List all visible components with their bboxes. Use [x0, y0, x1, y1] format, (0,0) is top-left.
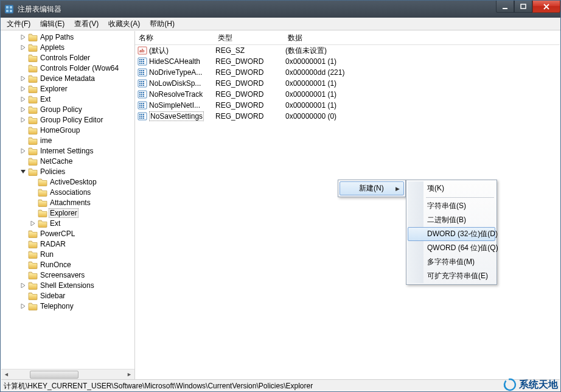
maximize-button[interactable]	[514, 1, 532, 13]
menu-favorites[interactable]: 收藏夹(A)	[103, 18, 145, 30]
tree-node[interactable]: Telephony	[1, 301, 134, 311]
tree-node-label: Internet Settings	[39, 147, 94, 155]
expand-icon[interactable]	[18, 45, 28, 50]
tree-node-label: Ext	[39, 95, 52, 103]
tree-node[interactable]: Run	[1, 249, 134, 259]
close-button[interactable]	[532, 1, 560, 13]
value-name: NoResolveTrack	[149, 90, 203, 99]
svg-rect-14	[10, 6, 12, 9]
tree-node[interactable]: RunOnce	[1, 259, 134, 270]
column-type[interactable]: 类型	[214, 31, 284, 44]
expand-icon[interactable]	[18, 97, 28, 102]
collapse-icon[interactable]	[18, 169, 28, 174]
folder-icon	[28, 250, 38, 259]
titlebar[interactable]: 注册表编辑器	[1, 1, 560, 18]
tree-node[interactable]: Sidebar	[1, 290, 134, 301]
tree-node-label: Run	[39, 250, 55, 259]
tree-node[interactable]: Ext	[1, 94, 134, 104]
folder-icon	[28, 136, 38, 145]
value-name: NoSimpleNetI...	[149, 101, 200, 110]
value-data: 0x00000001 (1)	[284, 57, 560, 66]
svg-rect-13	[6, 6, 9, 9]
column-name[interactable]: 名称	[135, 31, 214, 44]
tree-node-label: Controls Folder	[39, 54, 91, 62]
tree-node-label: Explorer	[49, 208, 78, 218]
value-row[interactable]: NoSimpleNetI...REG_DWORD0x00000001 (1)	[135, 100, 560, 111]
tree-node[interactable]: Explorer	[1, 83, 134, 94]
tree-node[interactable]: Screensavers	[1, 270, 134, 280]
scroll-left-icon[interactable]: ◄	[1, 369, 12, 380]
folder-icon	[28, 239, 38, 249]
value-list[interactable]: 名称 类型 数据 (默认)REG_SZ(数值未设置)HideSCAHealthR…	[135, 31, 560, 379]
tree-node[interactable]: Group Policy Editor	[1, 114, 134, 125]
value-data: 0x00000001 (1)	[284, 101, 560, 110]
tree-node[interactable]: Explorer	[1, 208, 134, 218]
expand-icon[interactable]	[18, 86, 28, 91]
tree-node[interactable]: ime	[1, 135, 134, 145]
menu-view[interactable]: 查看(V)	[69, 18, 103, 30]
value-row[interactable]: HideSCAHealthREG_DWORD0x00000001 (1)	[135, 56, 560, 67]
value-data: 0x000000dd (221)	[284, 68, 560, 77]
folder-icon	[28, 84, 38, 94]
tree-node[interactable]: RADAR	[1, 239, 134, 249]
folder-icon	[28, 63, 38, 73]
scroll-right-icon[interactable]: ►	[124, 369, 134, 380]
window-title: 注册表编辑器	[18, 4, 61, 15]
menu-edit[interactable]: 编辑(E)	[35, 18, 69, 30]
tree-node[interactable]: Group Policy	[1, 104, 134, 114]
tree-node[interactable]: Attachments	[1, 197, 134, 208]
tree-node-label: PowerCPL	[39, 229, 76, 238]
expand-icon[interactable]	[18, 304, 28, 309]
scroll-thumb[interactable]	[30, 371, 78, 379]
value-row[interactable]: NoDriveTypeA...REG_DWORD0x000000dd (221)	[135, 67, 560, 78]
tree-node[interactable]: Internet Settings	[1, 145, 134, 156]
dword-value-icon	[138, 111, 147, 121]
tree-node[interactable]: Controls Folder	[1, 52, 134, 63]
tree-node[interactable]: Shell Extensions	[1, 280, 134, 290]
tree-node[interactable]: Ext	[1, 218, 134, 228]
column-data[interactable]: 数据	[284, 31, 560, 44]
tree-node[interactable]: ActiveDesktop	[1, 177, 134, 187]
value-row[interactable]: NoSaveSettingsREG_DWORD0x00000000 (0)	[135, 111, 560, 122]
value-data: 0x00000001 (1)	[284, 79, 560, 88]
menu-help[interactable]: 帮助(H)	[145, 18, 179, 30]
tree-node[interactable]: App Paths	[1, 32, 134, 42]
ctx-new-multistring[interactable]: 多字符串值(M)	[408, 255, 495, 269]
expand-icon[interactable]	[18, 149, 28, 153]
ctx-new-binary[interactable]: 二进制值(B)	[408, 213, 495, 227]
expand-icon[interactable]	[28, 221, 38, 226]
status-path: 计算机\HKEY_CURRENT_USER\Software\Microsoft…	[4, 382, 313, 390]
value-row[interactable]: NoResolveTrackREG_DWORD0x00000001 (1)	[135, 89, 560, 100]
ctx-new-expandstring[interactable]: 可扩充字符串值(E)	[408, 269, 495, 283]
tree-node[interactable]: PowerCPL	[1, 228, 134, 239]
folder-icon	[28, 105, 38, 114]
tree-node[interactable]: NetCache	[1, 156, 134, 166]
expand-icon[interactable]	[18, 117, 28, 122]
tree-node[interactable]: Controls Folder (Wow64	[1, 63, 134, 73]
tree-node[interactable]: Applets	[1, 42, 134, 52]
tree-node[interactable]: Associations	[1, 187, 134, 197]
tree-node-label: Explorer	[39, 85, 69, 93]
ctx-new[interactable]: 新建(N) ▶	[340, 181, 404, 195]
menu-file[interactable]: 文件(F)	[2, 18, 35, 30]
ctx-new-key[interactable]: 项(K)	[408, 181, 495, 195]
expand-icon[interactable]	[18, 107, 28, 112]
ctx-new-string[interactable]: 字符串值(S)	[408, 199, 495, 213]
ctx-new-qword[interactable]: QWORD (64 位)值(Q)	[408, 241, 495, 255]
list-header[interactable]: 名称 类型 数据	[135, 31, 560, 45]
tree-hscrollbar[interactable]: ◄ ►	[1, 369, 134, 379]
minimize-button[interactable]	[496, 1, 514, 13]
status-bar: 计算机\HKEY_CURRENT_USER\Software\Microsoft…	[1, 379, 560, 391]
value-row[interactable]: (默认)REG_SZ(数值未设置)	[135, 45, 560, 56]
expand-icon[interactable]	[18, 35, 28, 40]
tree-node[interactable]: HomeGroup	[1, 125, 134, 135]
value-row[interactable]: NoLowDiskSp...REG_DWORD0x00000001 (1)	[135, 78, 560, 89]
folder-icon	[28, 74, 38, 83]
key-tree[interactable]: App PathsAppletsControls FolderControls …	[1, 31, 135, 379]
tree-node[interactable]: Device Metadata	[1, 73, 134, 83]
tree-node[interactable]: Policies	[1, 166, 134, 177]
submenu-arrow-icon: ▶	[395, 186, 400, 192]
expand-icon[interactable]	[18, 76, 28, 81]
ctx-new-dword[interactable]: DWORD (32-位)值(D)	[408, 227, 495, 241]
expand-icon[interactable]	[18, 283, 28, 288]
